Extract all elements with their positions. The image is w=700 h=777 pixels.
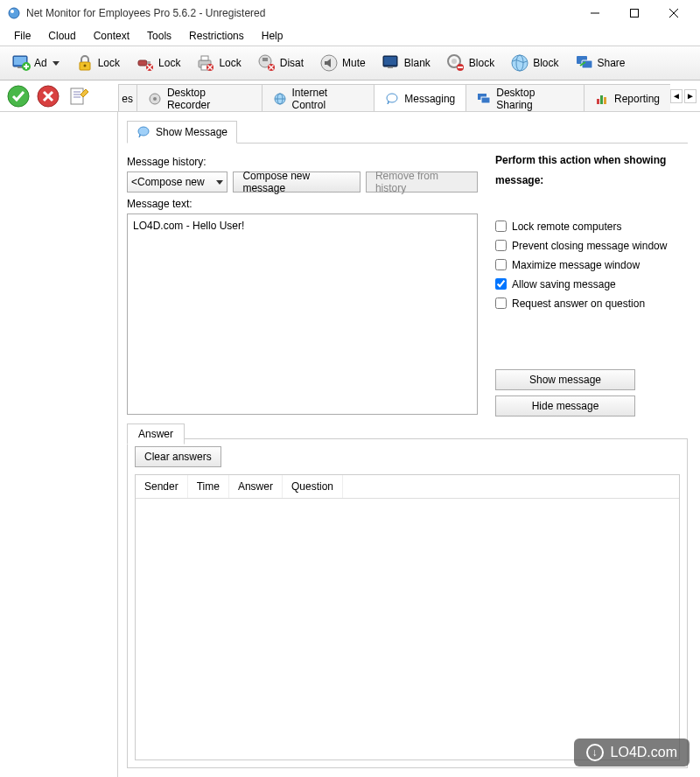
bars-icon (595, 92, 609, 106)
svg-point-35 (452, 59, 457, 64)
tab-list: es Desktop Recorder Internet Control Mes… (118, 80, 670, 111)
tab-desktop-recorder[interactable]: Desktop Recorder (136, 84, 262, 111)
close-button[interactable] (654, 1, 693, 25)
toolbar-add-button[interactable]: Ad (5, 48, 66, 78)
tab-scroll-left[interactable]: ◄ (670, 89, 682, 103)
svg-rect-20 (201, 56, 208, 60)
hide-message-button[interactable]: Hide message (495, 396, 635, 416)
svg-point-1 (10, 10, 14, 13)
reject-button[interactable] (37, 85, 60, 108)
svg-rect-60 (604, 97, 606, 104)
svg-rect-14 (138, 60, 147, 66)
toolbar-block-2[interactable]: Block (504, 48, 564, 78)
remove-history-button[interactable]: Remove from history (366, 172, 478, 192)
toolbar-blank-label: Blank (404, 57, 430, 69)
menu-file[interactable]: File (5, 28, 39, 44)
svg-point-13 (83, 65, 86, 67)
answers-grid[interactable]: Sender Time Answer Question (135, 474, 680, 760)
tab-reporting[interactable]: Reporting (584, 84, 670, 111)
svg-point-38 (512, 55, 528, 71)
answer-panel: Clear answers Sender Time Answer Questio… (127, 438, 688, 768)
maximize-button[interactable] (614, 1, 654, 25)
usb-lock-icon (136, 53, 155, 73)
checkbox[interactable] (495, 259, 507, 270)
svg-point-51 (153, 97, 157, 101)
option-allow-save[interactable]: Allow saving message (495, 278, 688, 290)
edit-button[interactable] (66, 84, 91, 108)
block-globe-icon (510, 53, 529, 73)
tab-partial-left[interactable]: es (118, 84, 137, 111)
svg-rect-46 (71, 88, 83, 104)
col-answer[interactable]: Answer (229, 475, 283, 498)
col-time[interactable]: Time (188, 475, 229, 498)
tab-messaging[interactable]: Messaging (374, 84, 466, 111)
toolbar-disable-label: Disat (280, 57, 304, 69)
answer-tab[interactable]: Answer (127, 424, 185, 444)
padlock-yellow-icon (75, 53, 94, 73)
chevron-down-icon (52, 61, 60, 66)
menu-cloud[interactable]: Cloud (39, 28, 84, 44)
globe-icon (273, 92, 287, 106)
tab-scroll-arrows: ◄ ► (670, 80, 700, 111)
toolbar-block-1[interactable]: Block (440, 48, 500, 78)
svg-rect-58 (597, 99, 599, 104)
toolbar-lock-1-label: Lock (98, 57, 120, 69)
svg-rect-33 (388, 66, 393, 68)
message-text-label: Message text: (127, 198, 478, 210)
svg-rect-32 (384, 57, 396, 65)
sidebar (0, 112, 118, 777)
checkbox[interactable] (495, 220, 507, 232)
checkbox[interactable] (495, 298, 507, 309)
toolbar-lock-3[interactable]: Lock (190, 48, 247, 78)
show-message-button[interactable]: Show message (495, 369, 635, 390)
menu-help[interactable]: Help (253, 28, 292, 44)
clear-answers-button[interactable]: Clear answers (135, 446, 221, 467)
compose-dropdown[interactable]: <Compose new (127, 172, 228, 192)
history-label: Message history: (127, 156, 478, 168)
compose-new-button[interactable]: Compose new message (233, 172, 360, 192)
tab-desktop-sharing[interactable]: Desktop Sharing (466, 84, 584, 111)
printer-lock-icon (196, 53, 215, 73)
svg-rect-26 (262, 58, 268, 61)
menu-bar: File Cloud Context Tools Restrictions He… (0, 26, 700, 46)
main-panel: Show Message Message history: <Compose n… (118, 112, 700, 777)
toolbar-share-label: Share (598, 57, 626, 69)
toolbar-add-label: Ad (34, 57, 47, 69)
svg-point-0 (9, 8, 19, 18)
show-message-tab[interactable]: Show Message (127, 121, 237, 144)
toolbar-disable[interactable]: Disat (251, 48, 310, 78)
menu-restrictions[interactable]: Restrictions (180, 28, 253, 44)
checkbox[interactable] (495, 240, 507, 251)
menu-context[interactable]: Context (85, 28, 138, 44)
toolbar-mute[interactable]: Mute (313, 48, 372, 78)
col-sender[interactable]: Sender (136, 475, 188, 498)
mute-icon (319, 53, 339, 73)
window-title: Net Monitor for Employees Pro 5.6.2 - Un… (26, 7, 575, 19)
chevron-down-icon (216, 180, 223, 185)
toolbar-blank[interactable]: Blank (375, 48, 437, 78)
tab-internet-control[interactable]: Internet Control (262, 84, 375, 111)
tab-scroll-right[interactable]: ► (684, 89, 696, 103)
left-action-bar (0, 80, 118, 111)
minimize-button[interactable] (575, 1, 614, 25)
option-request-answer[interactable]: Request answer on question (495, 298, 688, 310)
col-question[interactable]: Question (283, 475, 343, 498)
desktop-share-icon (477, 92, 491, 106)
monitor-add-icon (11, 53, 31, 73)
menu-tools[interactable]: Tools (138, 28, 180, 44)
accept-button[interactable] (7, 85, 30, 108)
message-text-input[interactable] (127, 214, 478, 415)
checkbox[interactable] (495, 278, 507, 290)
tabstrip-row: es Desktop Recorder Internet Control Mes… (0, 80, 700, 112)
recorder-icon (148, 92, 162, 106)
toolbar-block-1-label: Block (469, 57, 494, 69)
toolbar-lock-3-label: Lock (219, 57, 241, 69)
toolbar-lock-1[interactable]: Lock (69, 48, 126, 78)
toolbar-mute-label: Mute (342, 57, 366, 69)
toolbar-share[interactable]: Share (569, 48, 632, 78)
watermark: ↓ LO4D.com (574, 738, 690, 766)
option-lock-remote[interactable]: Lock remote computers (495, 220, 688, 233)
option-maximize[interactable]: Maximize message window (495, 259, 688, 271)
toolbar-lock-2[interactable]: Lock (130, 48, 186, 78)
option-prevent-close[interactable]: Prevent closing message window (495, 240, 688, 252)
